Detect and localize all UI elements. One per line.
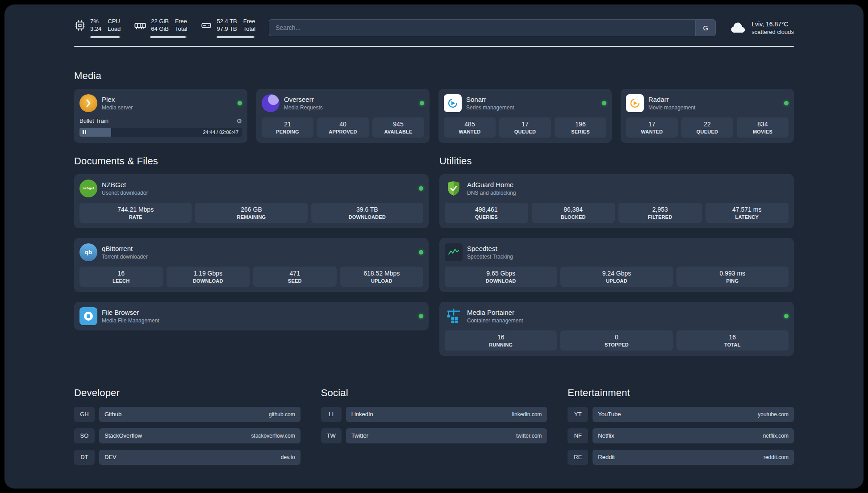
app-subtitle: Movie management: [648, 104, 780, 111]
app-title: qBittorrent: [102, 245, 414, 252]
stat-pending: 21 PENDING: [262, 117, 313, 138]
service-card-nzbget[interactable]: nzbget NZBGet Usenet downloader 744.21 M…: [74, 174, 429, 228]
stat-stopped: 0 STOPPED: [560, 330, 672, 351]
bookmark-link[interactable]: Netflix netflix.com: [593, 428, 794, 443]
bookmark-link[interactable]: DEV dev.to: [99, 450, 300, 465]
app-subtitle: Speedtest Tracking: [467, 254, 789, 260]
service-card-speedtest[interactable]: Speedtest Speedtest Tracking 9.65 Gbps D…: [439, 238, 794, 292]
status-dot: [784, 101, 789, 105]
stat-queued: 22 QUEUED: [681, 117, 733, 138]
cpu-widget: 7% 3.24 CPU Load: [74, 18, 121, 38]
stat-available: 945 AVAILABLE: [372, 117, 424, 138]
cpu-load-value: 3.24: [90, 25, 101, 33]
stat-seed: 471 SEED: [253, 267, 337, 287]
bookmark-stackoverflow[interactable]: SO StackOverflow stackoverflow.com: [74, 428, 300, 443]
stat-total: 16 TOTAL: [676, 330, 789, 351]
app-title: Sonarr: [466, 96, 597, 103]
app-title: NZBGet: [102, 181, 414, 188]
bookmark-netflix[interactable]: NF Netflix netflix.com: [568, 428, 794, 443]
bookmark-link[interactable]: Twitter twitter.com: [346, 428, 547, 443]
bookmark-link[interactable]: Github github.com: [99, 407, 300, 422]
stat-rate: 744.21 Mbps RATE: [79, 203, 192, 223]
ram-widget: 22 GiB 64 GiB Free Total: [134, 18, 187, 38]
bookmark-column-social: Social LI LinkedIn linkedin.com TW Twitt…: [321, 387, 547, 471]
ram-label-bottom: Total: [175, 25, 187, 33]
bookmark-dev[interactable]: DT DEV dev.to: [74, 450, 300, 465]
gear-icon[interactable]: ⚙: [236, 117, 242, 125]
stat-movies: 834 MOVIES: [737, 117, 789, 138]
app-title: File Browser: [102, 309, 414, 316]
playback-progress-bar[interactable]: 24:44 / 02:06:47: [79, 128, 242, 137]
stat-queued: 17 QUEUED: [499, 117, 551, 138]
filebrowser-icon: [79, 307, 97, 325]
app-title: Radarr: [648, 96, 780, 103]
header-divider: [74, 46, 794, 47]
bookmark-column-developer: Developer GH Github github.com SO StackO…: [74, 387, 300, 471]
stat-download: 1.19 Gbps DOWNLOAD: [167, 267, 250, 287]
stat-wanted: 485 WANTED: [444, 117, 496, 138]
status-dot: [784, 314, 789, 318]
overseerr-icon: [262, 94, 280, 112]
status-dot: [238, 101, 242, 105]
service-card-adguard[interactable]: AdGuard Home DNS and adblocking 498,461 …: [439, 174, 794, 228]
service-card-sonarr[interactable]: Sonarr Series management 485 WANTED 17 Q…: [438, 89, 612, 143]
top-bar: 7% 3.24 CPU Load: [74, 18, 794, 38]
stat-leech: 16 LEECH: [79, 267, 163, 287]
service-card-qbittorrent[interactable]: qb qBittorrent Torrent downloader 16 LEE…: [74, 238, 429, 292]
service-card-portainer[interactable]: Media Portainer Container management 16 …: [439, 302, 794, 356]
bookmark-abbr: YT: [568, 407, 588, 422]
bookmark-youtube[interactable]: YT YouTube youtube.com: [568, 407, 794, 422]
app-subtitle: DNS and adblocking: [467, 190, 789, 196]
ram-bar: [150, 36, 187, 38]
service-card-filebrowser[interactable]: File Browser Media File Management: [74, 302, 429, 330]
bookmark-link[interactable]: YouTube youtube.com: [593, 407, 794, 422]
radarr-icon: [626, 94, 644, 112]
search-input[interactable]: [269, 19, 695, 36]
service-card-overseerr[interactable]: Overseerr Media Requests 21 PENDING 40 A…: [256, 89, 430, 143]
bookmark-abbr: GH: [74, 407, 95, 422]
plex-icon: [79, 94, 97, 112]
cpu-icon: [74, 20, 86, 31]
portainer-icon: [445, 307, 463, 325]
section-title-utilities: Utilities: [439, 155, 794, 167]
sonarr-icon: [444, 94, 462, 112]
bookmark-abbr: RE: [568, 450, 588, 465]
cloud-icon: [729, 21, 747, 34]
bookmark-abbr: TW: [321, 428, 342, 443]
status-dot: [419, 314, 423, 318]
disk-label-bottom: Total: [243, 25, 255, 33]
bookmark-github[interactable]: GH Github github.com: [74, 407, 300, 422]
bookmark-link[interactable]: Reddit reddit.com: [593, 450, 794, 465]
stat-downloaded: 39.6 TB DOWNLOADED: [311, 203, 423, 223]
media-grid: Plex Media server Bullet Train ⚙ 24:44 /…: [74, 89, 794, 143]
bookmark-abbr: DT: [74, 450, 95, 465]
bookmark-twitter[interactable]: TW Twitter twitter.com: [321, 428, 547, 443]
app-subtitle: Media server: [102, 104, 233, 111]
bookmark-abbr: LI: [321, 407, 342, 422]
bookmark-linkedin[interactable]: LI LinkedIn linkedin.com: [321, 407, 547, 422]
section-title-media: Media: [74, 70, 794, 82]
stat-approved: 40 APPROVED: [317, 117, 369, 138]
stat-queries: 498,461 QUERIES: [445, 203, 528, 223]
cpu-label-top: CPU: [108, 18, 121, 25]
service-card-radarr[interactable]: Radarr Movie management 17 WANTED 22 QUE…: [621, 89, 794, 143]
ram-icon: [134, 19, 146, 32]
bookmark-reddit[interactable]: RE Reddit reddit.com: [568, 450, 794, 465]
stat-ping: 0.993 ms PING: [676, 267, 789, 287]
bookmark-column-entertainment: Entertainment YT YouTube youtube.com NF …: [568, 387, 794, 471]
section-title-entertainment: Entertainment: [568, 387, 794, 399]
weather-location: Lviv, 16.87°C: [751, 21, 794, 28]
service-card-plex[interactable]: Plex Media server Bullet Train ⚙ 24:44 /…: [74, 89, 247, 143]
search-engine-button[interactable]: G: [695, 19, 716, 36]
cpu-bar: [90, 36, 121, 38]
cpu-label-bottom: Load: [108, 25, 121, 33]
bookmark-link[interactable]: StackOverflow stackoverflow.com: [99, 428, 300, 443]
pause-icon[interactable]: [83, 128, 86, 137]
stat-running: 16 RUNNING: [445, 330, 557, 351]
bookmark-link[interactable]: LinkedIn linkedin.com: [346, 407, 547, 422]
app-title: Plex: [102, 96, 233, 103]
stat-remaining: 266 GB REMAINING: [195, 203, 307, 223]
disk-label-top: Free: [243, 18, 255, 25]
now-playing-widget: Bullet Train ⚙ 24:44 / 02:06:47: [79, 117, 242, 137]
disk-free: 52.4 TB: [217, 18, 237, 25]
